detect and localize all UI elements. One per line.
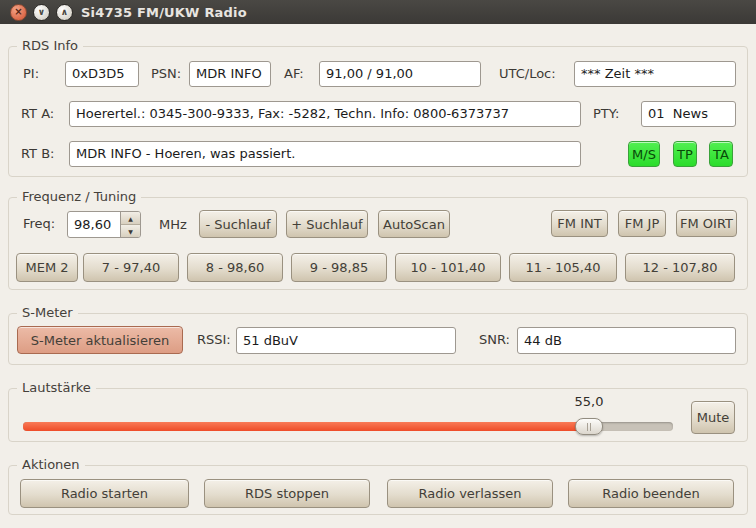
actions-frame-label: Aktionen (17, 457, 85, 472)
tuning-frame: Frequenz / Tuning Freq: 98,60 ▲ ▼ MHz - … (8, 197, 748, 290)
preset-9-button[interactable]: 9 - 98,85 (291, 253, 387, 282)
preset-8-button[interactable]: 8 - 98,60 (187, 253, 283, 282)
rssi-field[interactable]: 51 dBuV (236, 327, 456, 354)
maximize-icon[interactable]: ∧ (56, 4, 73, 21)
psn-field[interactable]: MDR INFO (189, 61, 271, 87)
spin-down-icon[interactable]: ▼ (121, 225, 140, 237)
preset-11-button[interactable]: 11 - 105,40 (509, 253, 617, 282)
af-label: AF: (284, 61, 304, 87)
frequency-value[interactable]: 98,60 (68, 212, 120, 237)
mute-button[interactable]: Mute (691, 401, 735, 434)
preset-12-button[interactable]: 12 - 107,80 (625, 253, 735, 282)
rt-a-field[interactable]: Hoerertel.: 0345-300-9333, Fax: -5282, T… (69, 101, 581, 127)
band-fm-oirt-button[interactable]: FM OIRT (676, 210, 737, 237)
memory-button[interactable]: MEM 2 (16, 253, 78, 282)
slider-grip-icon (587, 423, 591, 431)
rds-info-frame: RDS Info PI: 0xD3D5 PSN: MDR INFO AF: 91… (8, 46, 748, 177)
preset-7-button[interactable]: 7 - 97,40 (83, 253, 179, 282)
actions-frame: Aktionen Radio starten RDS stoppen Radio… (8, 465, 748, 515)
rds-info-frame-label: RDS Info (17, 38, 83, 53)
window-title: Si4735 FM/UKW Radio (81, 5, 247, 20)
minimize-icon[interactable]: ∨ (33, 4, 50, 21)
tp-indicator-button[interactable]: TP (673, 141, 697, 167)
spin-up-icon[interactable]: ▲ (121, 212, 140, 225)
rt-b-label: RT B: (21, 141, 54, 167)
band-fm-jp-button[interactable]: FM JP (618, 210, 666, 237)
seek-up-button[interactable]: + Suchlauf (286, 210, 368, 238)
af-field[interactable]: 91,00 / 91,00 (319, 61, 481, 87)
snr-field[interactable]: 44 dB (517, 327, 736, 354)
volume-value: 55,0 (559, 394, 619, 409)
utc-loc-label: UTC/Loc: (499, 61, 556, 87)
rt-a-label: RT A: (21, 101, 54, 127)
radio-leave-button[interactable]: Radio verlassen (387, 479, 553, 508)
band-fm-int-button[interactable]: FM INT (551, 210, 608, 237)
frequency-spinner[interactable]: 98,60 ▲ ▼ (67, 211, 141, 238)
smeter-frame: S-Meter S-Meter aktualisieren RSSI: 51 d… (8, 313, 748, 365)
app-window: × ∨ ∧ Si4735 FM/UKW Radio RDS Info PI: 0… (0, 0, 756, 528)
volume-frame: Lautstärke 55,0 Mute (8, 388, 748, 442)
freq-label: Freq: (23, 211, 55, 237)
volume-frame-label: Lautstärke (17, 380, 96, 395)
pty-field[interactable]: 01 News (641, 101, 736, 127)
utc-loc-field[interactable]: *** Zeit *** (574, 61, 736, 87)
pi-label: PI: (23, 61, 39, 87)
spinner-arrows: ▲ ▼ (120, 212, 140, 237)
mhz-unit-label: MHz (159, 211, 187, 238)
radio-start-button[interactable]: Radio starten (20, 479, 189, 508)
ta-indicator-button[interactable]: TA (709, 141, 733, 167)
title-bar: × ∨ ∧ Si4735 FM/UKW Radio (0, 0, 756, 24)
ms-indicator-button[interactable]: M/S (628, 141, 660, 167)
smeter-update-button[interactable]: S-Meter aktualisieren (17, 326, 183, 354)
pi-field[interactable]: 0xD3D5 (65, 61, 139, 87)
close-icon[interactable]: × (10, 4, 27, 21)
autoscan-button[interactable]: AutoScan (378, 210, 450, 238)
volume-slider-handle[interactable] (575, 418, 603, 435)
preset-10-button[interactable]: 10 - 101,40 (395, 253, 501, 282)
rssi-label: RSSI: (197, 327, 231, 353)
rds-stop-button[interactable]: RDS stoppen (204, 479, 370, 508)
seek-down-button[interactable]: - Suchlauf (199, 210, 277, 238)
snr-label: SNR: (479, 327, 510, 353)
pty-label: PTY: (593, 101, 619, 127)
smeter-frame-label: S-Meter (17, 305, 78, 320)
radio-quit-button[interactable]: Radio beenden (568, 479, 734, 508)
volume-slider-fill (23, 422, 589, 431)
rt-b-field[interactable]: MDR INFO - Hoeren, was passiert. (69, 141, 581, 167)
tuning-frame-label: Frequenz / Tuning (17, 189, 141, 204)
psn-label: PSN: (151, 61, 181, 87)
